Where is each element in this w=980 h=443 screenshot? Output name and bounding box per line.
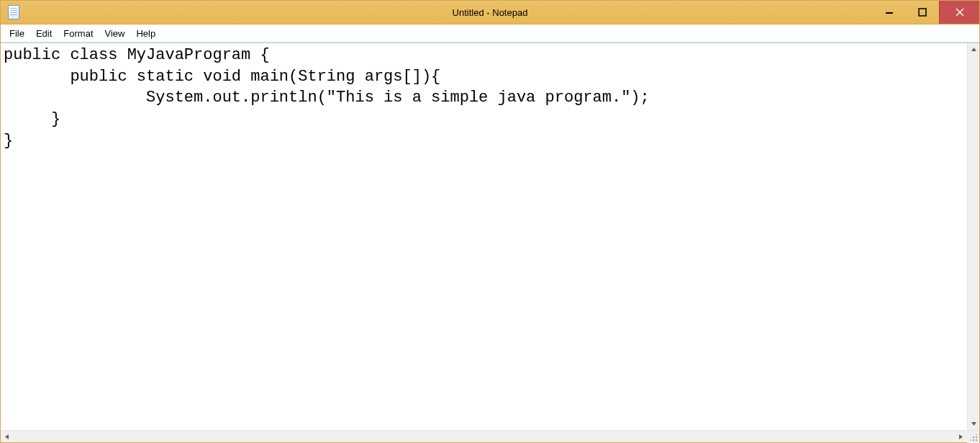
window-title: Untitled - Notepad bbox=[453, 7, 528, 18]
menu-help[interactable]: Help bbox=[130, 26, 161, 41]
scroll-down-button[interactable] bbox=[968, 418, 979, 430]
horizontal-scrollbar[interactable] bbox=[1, 431, 967, 442]
chevron-right-icon bbox=[958, 434, 964, 440]
chevron-left-icon bbox=[4, 434, 10, 440]
minimize-button[interactable] bbox=[873, 1, 906, 24]
horizontal-scrollbar-row bbox=[1, 430, 979, 442]
vertical-scroll-track[interactable] bbox=[968, 55, 979, 418]
resize-grip[interactable] bbox=[967, 431, 979, 443]
notepad-window: Untitled - Notepad File Edit Format View… bbox=[0, 0, 980, 443]
text-editor[interactable]: public class MyJavaProgram { public stat… bbox=[1, 43, 967, 430]
scroll-left-button[interactable] bbox=[1, 431, 13, 442]
maximize-icon bbox=[918, 8, 927, 17]
svg-marker-5 bbox=[971, 422, 976, 426]
svg-marker-6 bbox=[5, 434, 9, 439]
chevron-up-icon bbox=[971, 46, 977, 53]
scroll-right-button[interactable] bbox=[955, 431, 967, 442]
maximize-button[interactable] bbox=[906, 1, 939, 24]
chevron-down-icon bbox=[971, 421, 977, 427]
menu-file[interactable]: File bbox=[4, 26, 30, 41]
menubar: File Edit Format View Help bbox=[1, 24, 979, 42]
svg-marker-4 bbox=[971, 48, 976, 51]
menu-edit[interactable]: Edit bbox=[30, 26, 58, 41]
svg-rect-0 bbox=[886, 12, 893, 14]
notepad-app-icon bbox=[8, 5, 19, 19]
window-controls bbox=[873, 1, 979, 24]
scroll-up-button[interactable] bbox=[968, 43, 979, 55]
menu-format[interactable]: Format bbox=[58, 26, 99, 41]
vertical-scrollbar[interactable] bbox=[967, 43, 979, 430]
svg-marker-7 bbox=[959, 434, 963, 439]
menu-view[interactable]: View bbox=[99, 26, 131, 41]
svg-rect-1 bbox=[919, 9, 926, 16]
horizontal-scroll-track[interactable] bbox=[13, 431, 955, 442]
close-icon bbox=[956, 8, 964, 17]
titlebar[interactable]: Untitled - Notepad bbox=[1, 1, 979, 24]
content-area: public class MyJavaProgram { public stat… bbox=[1, 42, 979, 430]
close-button[interactable] bbox=[939, 1, 979, 24]
minimize-icon bbox=[885, 8, 894, 17]
